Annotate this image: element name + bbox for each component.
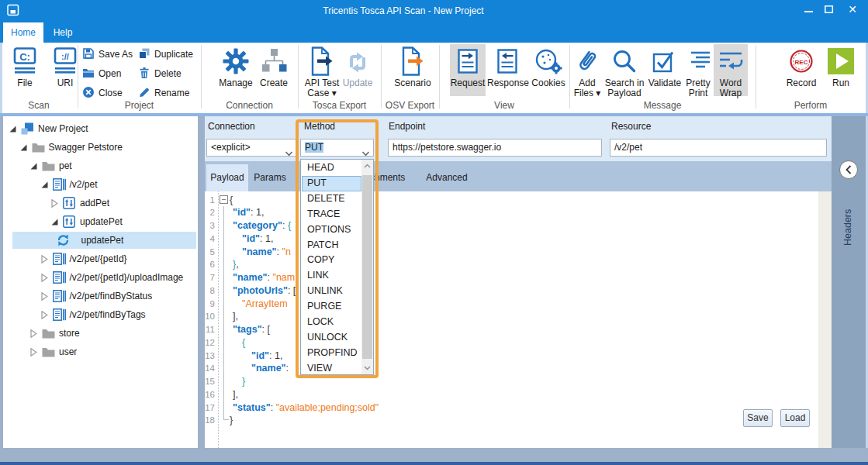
code-line[interactable]: "status": "available;pending;sold" — [233, 401, 379, 415]
close-button[interactable]: ✕ — [844, 3, 861, 16]
method-option[interactable]: UNLINK — [302, 284, 361, 299]
headers-expand-button[interactable] — [839, 160, 858, 179]
tab-home[interactable]: Home — [3, 22, 43, 43]
validate-button[interactable]: Validate — [648, 44, 682, 96]
code-line[interactable]: ], — [233, 310, 238, 323]
response-view-button[interactable]: Response — [487, 44, 527, 96]
tree-item[interactable]: /v2/pet/{petId}/uploadImage — [3, 268, 198, 287]
dropdown-scrollbar[interactable] — [361, 160, 373, 374]
code-line[interactable]: "id": 1, — [233, 206, 264, 219]
word-wrap-button[interactable]: Word Wrap — [714, 44, 748, 96]
expander-closed-icon[interactable] — [30, 324, 37, 343]
minimize-button[interactable] — [801, 5, 818, 17]
tab-help[interactable]: Help — [47, 22, 79, 43]
method-option[interactable]: DELETE — [302, 191, 361, 207]
expander-open-icon[interactable] — [9, 119, 16, 138]
search-in-payload-button[interactable]: Search in Payload — [603, 44, 646, 96]
editor-scrollbar[interactable] — [818, 191, 832, 448]
open-button[interactable]: Open — [82, 66, 121, 81]
method-option[interactable]: PATCH — [302, 238, 361, 253]
method-option[interactable]: PROPFIND — [302, 346, 361, 361]
expander-closed-icon[interactable] — [41, 305, 48, 324]
code-line[interactable]: "category": { — [233, 219, 291, 232]
expander-closed-icon[interactable] — [51, 194, 58, 212]
duplicate-button[interactable]: Duplicate — [138, 46, 193, 62]
fold-collapse-icon[interactable] — [220, 195, 228, 206]
cookies-view-button[interactable]: Cookies — [529, 44, 568, 96]
code-line[interactable]: { — [230, 194, 233, 207]
scrollbar-thumb[interactable] — [362, 175, 372, 359]
method-option[interactable]: HEAD — [302, 160, 361, 176]
resource-input[interactable]: /v2/pet — [610, 139, 827, 157]
save-as-button[interactable]: Save As — [82, 46, 133, 62]
delete-button[interactable]: Delete — [138, 66, 182, 81]
tree-item[interactable]: addPet — [3, 194, 198, 212]
scroll-down-icon[interactable] — [361, 362, 373, 374]
tree-item[interactable]: Swagger Petstore — [3, 138, 198, 157]
pretty-print-button[interactable]: Pretty Print — [683, 44, 713, 96]
manage-connection-button[interactable]: Manage — [217, 44, 254, 96]
method-option[interactable]: LOCK — [302, 315, 361, 330]
expander-open-icon[interactable] — [51, 212, 58, 231]
code-line[interactable]: { — [242, 336, 245, 350]
tree-item[interactable]: pet — [3, 157, 198, 175]
update-export-button[interactable]: Update — [341, 44, 374, 96]
code-line[interactable]: "name": — [251, 362, 291, 375]
connection-combobox[interactable]: <explicit> — [206, 139, 297, 157]
method-option[interactable]: OPTIONS — [302, 222, 361, 238]
tree-item[interactable]: /v2/pet/findByTags — [3, 305, 198, 324]
expander-closed-icon[interactable] — [41, 250, 48, 268]
code-line[interactable]: "tags": [ — [233, 323, 270, 336]
tree-item[interactable]: user — [3, 343, 198, 361]
method-option[interactable]: UNLOCK — [302, 330, 361, 346]
tree-item[interactable]: updatePet — [3, 212, 198, 231]
create-connection-button[interactable]: Create — [256, 44, 292, 96]
scenario-button[interactable]: Scenario — [393, 44, 433, 96]
method-combobox[interactable]: PUT — [300, 139, 374, 157]
method-option[interactable]: PURGE — [302, 299, 361, 315]
code-line[interactable]: }, — [233, 258, 239, 271]
headers-panel-label[interactable]: Headers — [842, 184, 856, 246]
tree-item[interactable]: /v2/pet — [3, 175, 198, 194]
endpoint-input[interactable]: https://petstore.swagger.io — [388, 139, 602, 157]
save-button[interactable]: Save — [743, 409, 773, 427]
method-option[interactable]: COPY — [302, 253, 361, 268]
add-files-button[interactable]: Add Files ▾ — [572, 44, 603, 96]
close-project-button[interactable]: Close — [82, 85, 123, 101]
tree-item[interactable]: /v2/pet/{petId} — [3, 250, 198, 268]
rename-button[interactable]: Rename — [138, 85, 189, 101]
code-line[interactable]: "name": "n — [242, 246, 291, 259]
tree-item[interactable]: updatePet — [3, 231, 198, 250]
code-line[interactable]: } — [242, 375, 245, 388]
maximize-button[interactable] — [821, 5, 838, 17]
tab-advanced[interactable]: Advanced — [423, 164, 471, 191]
method-option[interactable]: LINK — [302, 268, 361, 284]
chevron-down-icon[interactable] — [285, 146, 293, 162]
code-line[interactable]: } — [230, 414, 233, 427]
request-view-button[interactable]: Request — [450, 44, 486, 96]
code-line[interactable]: "id": 1, — [251, 350, 282, 363]
tab-payload[interactable]: Payload — [206, 164, 248, 191]
method-option[interactable]: TRACE — [302, 207, 361, 222]
tab-params[interactable]: Params — [250, 164, 290, 191]
load-button[interactable]: Load — [780, 409, 810, 427]
expander-open-icon[interactable] — [41, 175, 48, 194]
scroll-up-icon[interactable] — [361, 160, 373, 172]
code-line[interactable]: "id": 1, — [242, 232, 273, 246]
record-button[interactable]: REC Record — [783, 44, 819, 96]
expander-closed-icon[interactable] — [41, 287, 48, 305]
expander-open-icon[interactable] — [30, 157, 37, 175]
expander-closed-icon[interactable] — [30, 343, 37, 361]
code-line[interactable]: "photoUrls": [ — [233, 284, 296, 298]
tree-item[interactable]: New Project — [3, 119, 198, 138]
method-option[interactable]: VIEW — [302, 361, 361, 377]
method-option[interactable]: PUT — [302, 176, 361, 191]
code-line[interactable]: ], — [233, 388, 238, 401]
code-line[interactable]: "name": "nam — [233, 271, 295, 284]
run-button[interactable]: Run — [824, 44, 858, 96]
tree-item[interactable]: /v2/pet/findByStatus — [3, 287, 198, 305]
file-button[interactable]: C: File — [8, 44, 42, 96]
expander-open-icon[interactable] — [20, 138, 27, 157]
expander-closed-icon[interactable] — [41, 268, 48, 287]
code-line[interactable]: "ArrayItem — [242, 298, 288, 311]
